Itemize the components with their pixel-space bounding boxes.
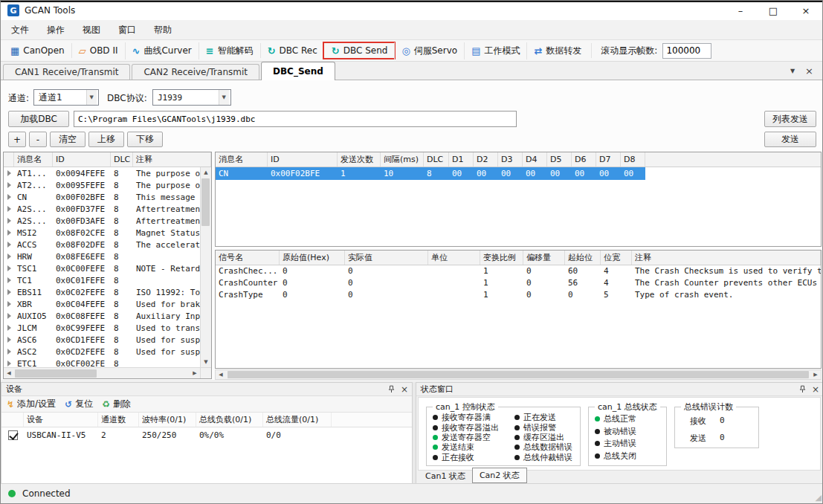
devices-toolbar-button[interactable]: ↺ 复位 — [65, 398, 93, 410]
toolbar-button[interactable]: ◎ 伺服Servo — [394, 42, 464, 59]
message-row[interactable]: ASC6 0x0CD1FEFE 8 Used for suspens — [4, 334, 200, 346]
scroll-down-icon[interactable]: ▼ — [201, 357, 211, 367]
message-row[interactable]: ACCS 0x08F02DFE 8 The acceleration — [4, 239, 200, 251]
expand-icon[interactable] — [7, 337, 11, 343]
message-row[interactable]: A2S... 0x00FD37FE 8 Aftertreatment 2 — [4, 203, 200, 215]
signal-row[interactable]: CrashType 0 0 1 0 0 5 Type of crash even… — [216, 289, 821, 301]
expand-icon[interactable] — [7, 301, 11, 307]
message-row[interactable]: JLCM 0x0C99FEFE 8 Used to transfer — [4, 322, 200, 334]
expand-icon[interactable] — [7, 242, 11, 248]
column-header-d4[interactable]: D4 — [523, 152, 547, 167]
column-header-id[interactable]: ID — [53, 152, 111, 167]
tab-list-dropdown-icon[interactable]: ▼ — [790, 68, 795, 74]
message-row[interactable]: AT2... 0x0095FEFE 8 The purpose of t — [4, 179, 200, 191]
toolbar-button[interactable]: ↻ DBC Send — [324, 43, 395, 58]
scroll-frames-input[interactable] — [662, 43, 711, 59]
devices-toolbar-button[interactable]: ♻ 删除 — [102, 398, 131, 410]
column-header-d6[interactable]: D6 — [572, 152, 596, 167]
expand-icon[interactable] — [7, 277, 11, 283]
message-row[interactable]: TSC1 0x0C00FEFE 8 NOTE - Retarder — [4, 262, 200, 274]
column-header-d5[interactable]: D5 — [547, 152, 572, 167]
signal-row[interactable]: CrashChec... 0 0 1 0 60 4 The Crash Chec… — [216, 265, 821, 277]
expand-icon[interactable] — [7, 194, 11, 200]
expand-icon[interactable] — [7, 289, 11, 295]
toolbar-button[interactable]: ⇄ 数据转发 — [526, 42, 588, 59]
column-header-bit-width[interactable]: 位宽 — [601, 251, 632, 265]
expand-icon[interactable] — [7, 230, 11, 236]
column-header-signal-name[interactable]: 信号名 — [216, 251, 280, 265]
column-header-d7[interactable]: D7 — [596, 152, 621, 167]
dbc-path-input[interactable] — [74, 111, 517, 127]
expand-icon[interactable] — [7, 349, 11, 355]
column-header-bus-load[interactable]: 总线负载(0/1) — [196, 413, 263, 427]
send-row[interactable]: CN 0x00F02BFE 1 10 8 00 00 00 00 00 00 0… — [216, 167, 645, 180]
close-panel-icon[interactable]: × — [812, 385, 819, 394]
main-tab[interactable]: DBC_Send — [261, 62, 335, 80]
message-row[interactable]: XBR 0x0C04FEFE 8 Used for brake c — [4, 298, 200, 310]
scroll-left-icon[interactable]: ◀ — [4, 368, 14, 378]
list-send-button[interactable]: 列表发送 — [764, 111, 816, 127]
minimize-button[interactable]: – — [724, 1, 757, 20]
close-button[interactable]: × — [790, 1, 822, 20]
load-dbc-button[interactable]: 加载DBC — [8, 111, 69, 127]
horizontal-scrollbar[interactable]: ◀ ▶ — [4, 367, 200, 378]
toolbar-button[interactable]: ↻ DBC Rec — [260, 43, 324, 58]
menu-item[interactable]: 操作 — [38, 20, 74, 40]
column-header-channels[interactable]: 通道数 — [98, 413, 139, 427]
menu-item[interactable]: 视图 — [74, 20, 109, 40]
column-header-scale[interactable]: 变换比例 — [480, 251, 523, 265]
message-row[interactable]: CN 0x00F02BFE 8 This message is — [4, 191, 200, 203]
vertical-scrollbar[interactable]: ▲ ▼ — [200, 167, 211, 367]
pin-icon[interactable] — [387, 385, 396, 393]
message-row[interactable]: AUXIO5 0x0C08FEFE 8 Auxiliary Input/ — [4, 310, 200, 322]
pin-icon[interactable] — [798, 385, 807, 393]
toolbar-button[interactable]: ∿ 曲线Curver — [125, 42, 199, 59]
move-down-button[interactable]: 下移 — [127, 132, 163, 147]
scrollbar-thumb[interactable] — [201, 178, 210, 226]
devices-toolbar-button[interactable]: ↯ 添加/设置 — [7, 398, 56, 410]
column-header-baud-rate[interactable]: 波特率(0/1) — [139, 413, 196, 427]
expand-icon[interactable] — [7, 361, 11, 366]
scroll-up-icon[interactable]: ▲ — [201, 167, 211, 178]
channel-select[interactable]: 通道1 ▼ — [33, 89, 99, 106]
expand-icon[interactable] — [7, 313, 11, 319]
column-header-raw-value[interactable]: 原始值(Hex) — [280, 251, 345, 265]
toolbar-button[interactable]: ▦ CanOpen — [4, 43, 71, 58]
menu-item[interactable]: 文件 — [2, 20, 38, 40]
column-header-actual-value[interactable]: 实际值 — [345, 251, 428, 265]
toolbar-button[interactable]: ≡ 智能解码 — [199, 42, 260, 59]
message-row[interactable]: A2S... 0x00FD3AFE 8 Aftertreatment 2 — [4, 215, 200, 227]
column-header-comment[interactable]: 注释 — [632, 251, 821, 265]
remove-row-button[interactable]: - — [29, 132, 47, 147]
message-row[interactable]: ETC1 0x0CF002FE 8 — [4, 358, 200, 367]
scrollbar-thumb[interactable] — [15, 369, 97, 378]
resize-grip[interactable]: ◢ — [816, 494, 822, 502]
status-tab[interactable]: Can1 状态 — [419, 469, 472, 483]
column-header-bus-flow[interactable]: 总线流量(0/1) — [263, 413, 332, 427]
signal-row[interactable]: CrashCounter 0 0 1 0 56 4 The Crash Coun… — [216, 277, 821, 289]
column-header-dlc[interactable]: DLC — [111, 152, 133, 167]
device-checkbox[interactable] — [8, 430, 18, 440]
maximize-button[interactable]: □ — [757, 1, 790, 20]
toolbar-button[interactable]: ▤ 工作模式 — [464, 42, 526, 59]
send-button[interactable]: 发送 — [764, 132, 816, 147]
main-tab[interactable]: CAN2 Receive/Transmit — [132, 64, 259, 80]
expand-icon[interactable] — [7, 253, 11, 259]
device-row[interactable]: USBCAN-II-V5 2 250/250 0%/0% 0/0 — [1, 427, 412, 442]
tab-close-icon[interactable]: × — [805, 65, 813, 77]
message-row[interactable]: ASC2 0x0CD2FEFE 8 Used for suspens — [4, 346, 200, 358]
column-header-device[interactable]: 设备 — [24, 413, 98, 427]
move-up-button[interactable]: 上移 — [88, 132, 124, 147]
horizontal-scrollbar[interactable]: ◀ ▶ — [215, 369, 822, 380]
column-header-d2[interactable]: D2 — [474, 152, 498, 167]
main-tab[interactable]: CAN1 Receive/Transmit — [3, 64, 130, 80]
protocol-select[interactable]: J1939 ▼ — [152, 89, 231, 106]
column-header-d3[interactable]: D3 — [498, 152, 523, 167]
column-header-start-bit[interactable]: 起始位 — [565, 251, 601, 265]
scroll-right-icon[interactable]: ▶ — [810, 369, 821, 380]
column-header-d1[interactable]: D1 — [449, 152, 474, 167]
expand-icon[interactable] — [7, 218, 11, 224]
scrollbar-thumb[interactable] — [227, 371, 809, 378]
column-header-interval[interactable]: 间隔(ms) — [381, 152, 424, 167]
scroll-right-icon[interactable]: ▶ — [190, 368, 200, 378]
